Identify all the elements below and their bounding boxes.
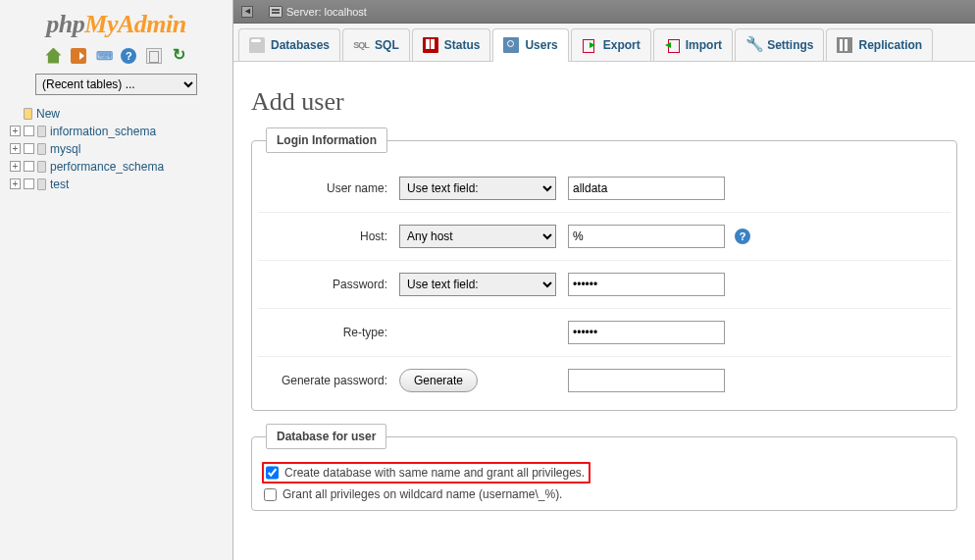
- collapse-sidebar-icon[interactable]: [241, 6, 253, 18]
- tree-db[interactable]: + performance_schema: [10, 158, 223, 176]
- expand-icon[interactable]: +: [10, 126, 21, 136]
- tab-status[interactable]: Status: [412, 28, 491, 61]
- export-icon: [582, 37, 597, 53]
- host-input[interactable]: [568, 225, 725, 248]
- host-help-icon[interactable]: ?: [735, 229, 750, 244]
- expand-icon[interactable]: +: [10, 143, 21, 154]
- database-for-user-fieldset: Database for user Create database with s…: [251, 436, 957, 511]
- home-icon[interactable]: [45, 48, 61, 64]
- create-db-label: Create database with same name and grant…: [284, 466, 585, 480]
- tab-databases[interactable]: Databases: [238, 28, 340, 61]
- tab-export[interactable]: Export: [571, 28, 651, 61]
- db-option-wildcard[interactable]: Grant all privileges on wildcard name (u…: [258, 484, 950, 504]
- import-icon: [664, 37, 680, 53]
- tab-label: SQL: [375, 38, 399, 52]
- host-label: Host:: [262, 229, 399, 243]
- status-icon: [423, 37, 438, 53]
- logo-part1: php: [46, 10, 84, 38]
- tree-db[interactable]: + information_schema: [10, 123, 223, 140]
- username-mode-select[interactable]: Use text field:: [399, 177, 556, 200]
- database-icon: [37, 161, 46, 173]
- login-information-fieldset: Login Information User name: Use text fi…: [251, 140, 957, 411]
- password-label: Password:: [262, 278, 399, 291]
- retype-label: Re-type:: [262, 326, 399, 339]
- tab-label: Export: [603, 38, 641, 52]
- generate-button[interactable]: Generate: [399, 369, 478, 392]
- database-icon: [37, 126, 46, 137]
- query-window-icon[interactable]: ⌨: [96, 48, 112, 64]
- tree-db[interactable]: + test: [10, 176, 223, 193]
- tree-node-label[interactable]: test: [50, 178, 69, 191]
- tree-node-label[interactable]: performance_schema: [50, 160, 164, 174]
- logout-icon[interactable]: [71, 48, 86, 64]
- db-option-create-same-name[interactable]: Create database with same name and grant…: [258, 461, 950, 484]
- tab-label: Status: [444, 38, 481, 52]
- tree-node-label[interactable]: mysql: [50, 142, 80, 156]
- settings-icon: 🔧: [745, 37, 761, 53]
- sql-icon: SQL: [353, 37, 369, 53]
- breadcrumb-server[interactable]: Server: localhost: [286, 6, 367, 18]
- content: Add user Login Information User name: Us…: [233, 62, 975, 560]
- db-legend: Database for user: [266, 424, 386, 449]
- expand-icon[interactable]: [24, 126, 34, 136]
- tab-import[interactable]: Import: [653, 28, 733, 61]
- tree-node-label[interactable]: information_schema: [50, 125, 156, 138]
- database-tree: + New + information_schema + mysql + per…: [4, 103, 229, 195]
- page-title: Add user: [251, 87, 957, 117]
- username-input[interactable]: [568, 177, 725, 200]
- reload-icon[interactable]: ↻: [172, 48, 187, 64]
- tab-sql[interactable]: SQLSQL: [342, 28, 410, 61]
- row-retype: Re-type:: [258, 309, 950, 357]
- host-mode-select[interactable]: Any host: [399, 225, 556, 248]
- logo[interactable]: phpMyAdmin: [4, 4, 229, 43]
- expand-icon[interactable]: +: [10, 178, 21, 189]
- retype-input[interactable]: [568, 321, 725, 344]
- wildcard-checkbox[interactable]: [264, 488, 277, 501]
- tabs: Databases SQLSQL Status Users Export Imp…: [233, 24, 975, 62]
- tab-label: Users: [525, 38, 557, 52]
- tab-users[interactable]: Users: [492, 28, 568, 62]
- expand-icon[interactable]: [24, 143, 34, 154]
- generated-password-input[interactable]: [568, 369, 725, 392]
- replication-icon: [837, 37, 852, 53]
- topbar: Server: localhost: [233, 0, 975, 24]
- expand-icon[interactable]: +: [10, 161, 21, 172]
- databases-icon: [249, 37, 265, 53]
- row-password: Password: Use text field:: [258, 261, 950, 309]
- tab-label: Settings: [767, 38, 813, 52]
- username-label: User name:: [262, 181, 399, 195]
- docs-icon[interactable]: [146, 48, 162, 64]
- row-host: Host: Any host ?: [258, 213, 950, 261]
- main: Server: localhost Databases SQLSQL Statu…: [233, 0, 975, 560]
- help-icon[interactable]: ?: [121, 48, 136, 64]
- row-generate: Generate password: Generate: [258, 357, 950, 404]
- server-icon: [269, 6, 282, 18]
- new-db-icon: [24, 108, 32, 120]
- password-input[interactable]: [568, 273, 725, 296]
- row-username: User name: Use text field:: [258, 165, 950, 213]
- users-icon: [503, 37, 519, 53]
- database-icon: [37, 143, 46, 155]
- logo-part2: MyAdmin: [84, 10, 185, 38]
- tab-label: Import: [686, 38, 722, 52]
- generate-label: Generate password:: [262, 374, 399, 387]
- tree-new[interactable]: + New: [10, 105, 223, 123]
- tree-node-label[interactable]: New: [36, 107, 60, 121]
- recent-tables-select[interactable]: (Recent tables) ...: [35, 74, 197, 95]
- password-mode-select[interactable]: Use text field:: [399, 273, 556, 296]
- sidebar-toolbar: ⌨ ? ↻: [4, 43, 229, 70]
- create-db-checkbox[interactable]: [266, 466, 279, 480]
- tab-label: Databases: [271, 38, 330, 52]
- expand-icon[interactable]: [24, 178, 34, 189]
- wildcard-label: Grant all privileges on wildcard name (u…: [282, 487, 562, 501]
- database-icon: [37, 178, 46, 190]
- expand-icon[interactable]: [24, 161, 34, 172]
- sidebar: phpMyAdmin ⌨ ? ↻ (Recent tables) ... + N…: [0, 0, 233, 560]
- login-legend: Login Information: [266, 127, 387, 153]
- tab-replication[interactable]: Replication: [826, 28, 933, 61]
- tree-db[interactable]: + mysql: [10, 140, 223, 158]
- tab-settings[interactable]: 🔧Settings: [735, 28, 824, 61]
- tab-label: Replication: [858, 38, 922, 52]
